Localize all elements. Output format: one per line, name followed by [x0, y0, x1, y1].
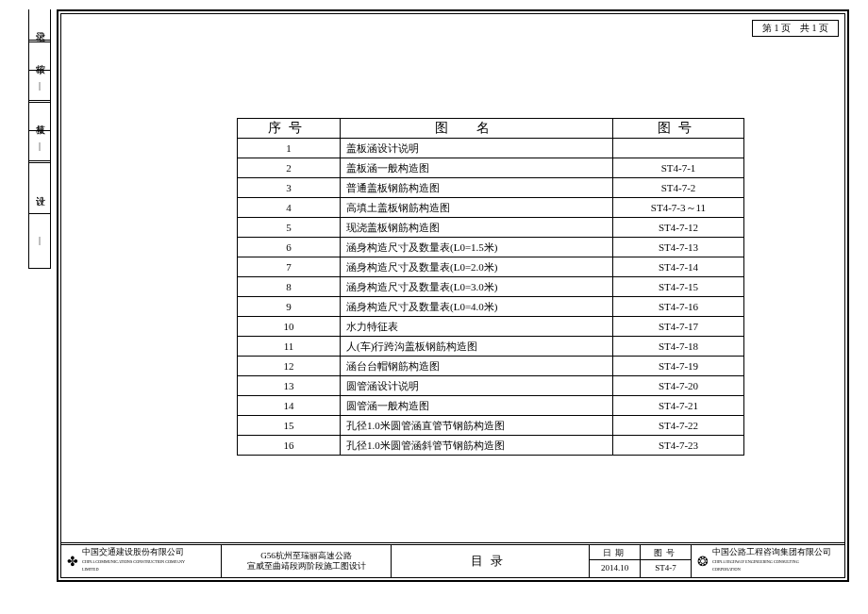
cell-code: ST4-7-18 [613, 337, 744, 357]
cell-code: ST4-7-20 [613, 376, 744, 396]
cell-code [613, 139, 744, 158]
cell-seq: 9 [238, 297, 341, 317]
left-org-cell: ✤ 中国交通建设股份有限公司 CHINA COMMUNICATIONS CONS… [61, 545, 222, 577]
cell-code: ST4-7-17 [613, 317, 744, 337]
table-row: 13圆管涵设计说明ST4-7-20 [238, 376, 744, 396]
cell-code: ST4-7-1 [613, 158, 744, 178]
date-value: 2014.10 [590, 560, 640, 576]
cell-name: 圆管涵一般构造图 [341, 396, 613, 416]
code-cell: 图号 ST4-7 [641, 545, 692, 577]
table-row: 7涵身构造尺寸及数量表(L0=2.0米)ST4-7-14 [238, 257, 744, 277]
cell-name: 盖板涵设计说明 [341, 139, 613, 158]
cell-code: ST4-7-14 [613, 257, 744, 277]
table-row: 15孔径1.0米圆管涵直管节钢筋构造图ST4-7-22 [238, 416, 744, 436]
cell-code: ST4-7-15 [613, 277, 744, 297]
header-name: 图名 [341, 119, 613, 139]
table-row: 5现浇盖板钢筋构造图ST4-7-12 [238, 218, 744, 238]
cell-name: 现浇盖板钢筋构造图 [341, 218, 613, 238]
right-org-name-en: CHINA HIGHWAY ENGINEERING CONSULTING COR… [712, 558, 820, 574]
cell-name: 孔径1.0米圆管涵直管节钢筋构造图 [341, 416, 613, 436]
table-row: 11人(车)行跨沟盖板钢筋构造图ST4-7-18 [238, 337, 744, 357]
contents-table: 序号 图名 图号 1盖板涵设计说明2盖板涵一般构造图ST4-7-13普通盖板钢筋… [237, 118, 744, 456]
cell-code: ST4-7-19 [613, 357, 744, 376]
table-row: 9涵身构造尺寸及数量表(L0=4.0米)ST4-7-16 [238, 297, 744, 317]
side-field-review: | [29, 70, 50, 100]
side-label-recheck: 复核 [29, 100, 50, 130]
cell-code: ST4-7-12 [613, 218, 744, 238]
cccc-logo-icon: ✤ [67, 554, 78, 570]
table-row: 8涵身构造尺寸及数量表(L0=3.0米)ST4-7-15 [238, 277, 744, 297]
cell-name: 涵身构造尺寸及数量表(L0=4.0米) [341, 297, 613, 317]
page-total: 共 1 页 [800, 23, 828, 33]
table-row: 2盖板涵一般构造图ST4-7-1 [238, 158, 744, 178]
cell-name: 水力特征表 [341, 317, 613, 337]
header-seq: 序号 [238, 119, 341, 139]
cell-seq: 4 [238, 198, 341, 218]
cell-seq: 6 [238, 238, 341, 257]
table-row: 10水力特征表ST4-7-17 [238, 317, 744, 337]
header-code: 图号 [613, 119, 744, 139]
cell-seq: 2 [238, 158, 341, 178]
drawing-sheet: 记录 审核 | 复核 | 设计 | 第 1 页 共 1 页 序号 图名 图号 [0, 0, 868, 614]
table-body: 1盖板涵设计说明2盖板涵一般构造图ST4-7-13普通盖板钢筋构造图ST4-7-… [238, 139, 744, 456]
cell-name: 圆管涵设计说明 [341, 376, 613, 396]
cell-code: ST4-7-16 [613, 297, 744, 317]
cell-code: ST4-7-2 [613, 178, 744, 198]
page-number-box: 第 1 页 共 1 页 [752, 20, 839, 37]
cell-code: ST4-7-3～11 [613, 198, 744, 218]
date-cell: 日期 2014.10 [590, 545, 641, 577]
table-row: 3普通盖板钢筋构造图ST4-7-2 [238, 178, 744, 198]
table-row: 16孔径1.0米圆管涵斜管节钢筋构造图ST4-7-23 [238, 436, 744, 456]
cell-seq: 3 [238, 178, 341, 198]
code-label: 图号 [641, 546, 691, 560]
cell-code: ST4-7-23 [613, 436, 744, 456]
cell-name: 盖板涵一般构造图 [341, 158, 613, 178]
table-row: 6涵身构造尺寸及数量表(L0=1.5米)ST4-7-13 [238, 238, 744, 257]
project-line2: 宣威至曲靖段两阶段施工图设计 [247, 561, 366, 572]
revision-column: 记录 审核 | 复核 | 设计 | [28, 9, 51, 269]
project-line1: G56杭州至瑞丽高速公路 [260, 551, 352, 561]
cell-seq: 11 [238, 337, 341, 357]
cell-name: 高填土盖板钢筋构造图 [341, 198, 613, 218]
cell-seq: 15 [238, 416, 341, 436]
right-org-name: 中国公路工程咨询集团有限公司 [712, 547, 839, 556]
inner-frame: 第 1 页 共 1 页 序号 图名 图号 1盖板涵设计说明2盖板涵一般构造图ST… [60, 13, 845, 578]
cell-code: ST4-7-13 [613, 238, 744, 257]
side-label-review: 审核 [29, 40, 50, 70]
drawing-frame: 第 1 页 共 1 页 序号 图名 图号 1盖板涵设计说明2盖板涵一般构造图ST… [57, 9, 849, 582]
cell-seq: 16 [238, 436, 341, 456]
cell-name: 涵身构造尺寸及数量表(L0=2.0米) [341, 257, 613, 277]
table-row: 4高填土盖板钢筋构造图ST4-7-3～11 [238, 198, 744, 218]
cell-seq: 10 [238, 317, 341, 337]
cell-seq: 8 [238, 277, 341, 297]
cell-seq: 12 [238, 357, 341, 376]
cell-name: 涵台台帽钢筋构造图 [341, 357, 613, 376]
cell-seq: 14 [238, 396, 341, 416]
cell-code: ST4-7-22 [613, 416, 744, 436]
checc-logo-icon: ❂ [697, 554, 709, 570]
table-row: 14圆管涵一般构造图ST4-7-21 [238, 396, 744, 416]
cell-name: 涵身构造尺寸及数量表(L0=1.5米) [341, 238, 613, 257]
cell-seq: 7 [238, 257, 341, 277]
code-value: ST4-7 [641, 560, 691, 576]
cell-name: 孔径1.0米圆管涵斜管节钢筋构造图 [341, 436, 613, 456]
cell-seq: 1 [238, 139, 341, 158]
side-label-record: 记录 [29, 9, 50, 40]
side-field-recheck: | [29, 130, 50, 160]
doc-title-cell: 目录 [392, 545, 590, 577]
table-row: 12涵台台帽钢筋构造图ST4-7-19 [238, 357, 744, 376]
side-field-design: | [29, 213, 50, 266]
cell-code: ST4-7-21 [613, 396, 744, 416]
date-label: 日期 [590, 546, 640, 560]
cell-name: 普通盖板钢筋构造图 [341, 178, 613, 198]
page-current: 第 1 页 [762, 23, 791, 33]
side-label-design: 设计 [29, 160, 50, 213]
project-cell: G56杭州至瑞丽高速公路 宣威至曲靖段两阶段施工图设计 [222, 545, 392, 577]
table-row: 1盖板涵设计说明 [238, 139, 744, 158]
cell-seq: 5 [238, 218, 341, 238]
right-org-cell: ❂ 中国公路工程咨询集团有限公司 CHINA HIGHWAY ENGINEERI… [692, 545, 844, 577]
cell-seq: 13 [238, 376, 341, 396]
left-org-name: 中国交通建设股份有限公司 [82, 547, 215, 556]
cell-name: 涵身构造尺寸及数量表(L0=3.0米) [341, 277, 613, 297]
left-org-name-en: CHINA COMMUNICATIONS CONSTRUCTION COMPAN… [82, 558, 195, 574]
